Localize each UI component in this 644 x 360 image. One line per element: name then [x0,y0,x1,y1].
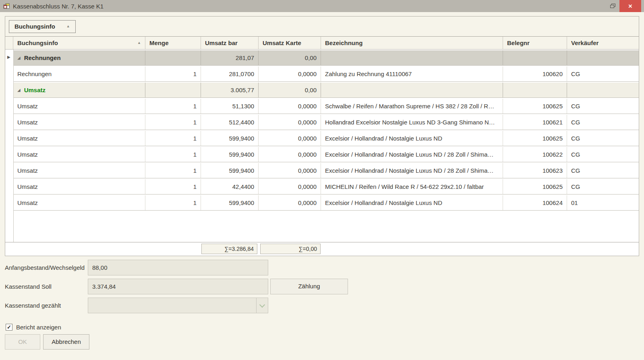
cell-bezeichnung: Excelsior / Hollandrad / Nostalgie Luxus… [321,147,503,162]
anfangsbestand-field[interactable]: 88,00 [88,260,268,275]
zaehlung-button[interactable]: Zählung [270,279,348,294]
group-expanded-icon[interactable]: ◢ [17,88,21,92]
column-header-belegnr[interactable]: Belegnr [503,37,567,49]
column-header-bezeichnung[interactable]: Bezeichnung [321,37,503,49]
cell-belegnr: 100624 [503,195,567,210]
cell-belegnr: 100621 [503,115,567,130]
table-row[interactable]: Umsatz 1 42,4400 0,0000 MICHELIN / Reife… [13,179,639,194]
cell-bezeichnung: Zahlung zu Rechnung 41110067 [321,66,503,81]
cell-umsatz-bar: 512,4400 [201,115,259,130]
column-header-umsatz-bar[interactable]: Umsatz bar [201,37,259,49]
group-expanded-icon[interactable]: ◢ [17,56,21,60]
table-row[interactable]: Umsatz 1 599,9400 0,0000 Excelsior / Hol… [13,131,639,146]
cell-buchungsinfo: Umsatz [13,163,145,178]
cell-umsatz-bar: 599,9400 [201,163,259,178]
cell-belegnr: 100623 [503,163,567,178]
grid-header-row: Buchungsinfo ▲ Menge Umsatz bar Umsatz K… [5,37,639,50]
cell-menge [145,50,201,65]
cell-umsatz-karte: 0,0000 [259,115,321,130]
cell-menge [145,83,201,97]
restore-window-button[interactable] [606,0,619,12]
table-row[interactable]: Umsatz 1 51,1300 0,0000 Schwalbe / Reife… [13,99,639,114]
group-label-cell: ◢ Rechnungen [13,50,145,65]
bericht-anzeigen-checkbox[interactable]: ✓ [6,324,12,331]
column-header-label: Belegnr [507,39,530,46]
kassenstand-gezaehlt-label: Kassenstand gezählt [5,298,61,313]
buchungen-grid: Buchungsinfo ▲ Buchungsinfo ▲ Menge Umsa… [5,16,639,256]
column-header-label: Buchungsinfo [17,39,58,46]
cell-buchungsinfo: Umsatz [13,179,145,194]
group-sum-umsatz-bar: 281,07 [201,50,259,65]
cell-belegnr: 100625 [503,99,567,114]
column-header-label: Menge [149,39,169,46]
row-indicator-header [5,37,13,49]
group-sum-umsatz-karte: 0,00 [259,83,321,97]
column-header-buchungsinfo[interactable]: Buchungsinfo ▲ [13,37,145,49]
group-row-rechnungen[interactable]: ◢ Rechnungen 281,07 0,00 [13,50,639,66]
table-row[interactable]: Umsatz 1 599,9400 0,0000 Excelsior / Hol… [13,147,639,162]
cell-verkaeufer: CG [567,163,639,178]
group-label: Umsatz [24,87,46,93]
column-header-label: Bezeichnung [325,39,362,46]
cell-bezeichnung [321,50,503,65]
ok-button[interactable]: OK [5,334,40,350]
combo-dropdown-button[interactable] [256,298,268,313]
group-label: Rechnungen [24,54,61,61]
cancel-button[interactable]: Abbrechen [43,334,89,350]
table-row[interactable]: Umsatz 1 599,9400 0,0000 Excelsior / Hol… [13,163,639,178]
table-row[interactable]: Umsatz 1 599,9400 0,0000 Excelsior / Hol… [13,195,639,211]
cell-buchungsinfo: Umsatz [13,131,145,146]
column-header-menge[interactable]: Menge [145,37,201,49]
cell-umsatz-karte: 0,0000 [259,147,321,162]
cell-buchungsinfo: Umsatz [13,147,145,162]
cell-umsatz-bar: 51,1300 [201,99,259,114]
cell-menge: 1 [145,115,201,130]
cell-belegnr: 100622 [503,147,567,162]
checkmark-icon: ✓ [7,325,11,330]
cell-umsatz-karte: 0,0000 [259,99,321,114]
bericht-anzeigen-row: ✓ Bericht anzeigen [6,324,61,331]
table-row[interactable]: Umsatz 1 512,4400 0,0000 Hollandrad Exce… [13,115,639,130]
grid-summary-footer: ∑=3.286,84 ∑=0,00 [5,242,639,256]
table-row[interactable]: Rechnungen 1 281,0700 0,0000 Zahlung zu … [13,66,639,82]
cell-verkaeufer [567,83,639,97]
kassenstand-gezaehlt-combo[interactable] [88,298,268,313]
cell-umsatz-bar: 599,9400 [201,131,259,146]
cell-umsatz-karte: 0,0000 [259,66,321,81]
close-icon: ✕ [628,3,633,9]
kassenstand-soll-field[interactable]: 3.374,84 [88,279,268,294]
cell-bezeichnung: Hollandrad Excelsior Nostalgie Luxus ND … [321,115,503,130]
cell-buchungsinfo: Umsatz [13,99,145,114]
bericht-anzeigen-label: Bericht anzeigen [16,324,61,331]
cell-belegnr: 100625 [503,179,567,194]
column-header-verkaeufer[interactable]: Verkäufer [567,37,639,49]
cell-bezeichnung: MICHELIN / Reifen / Wild Race R / 54-622… [321,179,503,194]
close-window-button[interactable]: ✕ [619,0,641,12]
sort-ascending-icon: ▲ [66,25,70,28]
cell-umsatz-bar: 599,9400 [201,195,259,210]
column-header-umsatz-karte[interactable]: Umsatz Karte [259,37,321,49]
cell-buchungsinfo: Umsatz [13,195,145,210]
titlebar[interactable]: Kassenabschluss Nr. 7, Kasse K1 ✕ [0,0,644,12]
cell-belegnr: 100620 [503,66,567,81]
cell-verkaeufer [567,50,639,65]
cell-umsatz-karte: 0,0000 [259,163,321,178]
restore-icon [610,4,615,8]
window-title: Kassenabschluss Nr. 7, Kasse K1 [13,3,104,10]
cell-umsatz-karte: 0,0000 [259,131,321,146]
cell-umsatz-bar: 281,0700 [201,66,259,81]
kassenstand-soll-label: Kassenstand Soll [5,279,52,294]
cell-verkaeufer: CG [567,66,639,81]
cell-buchungsinfo: Umsatz [13,115,145,130]
group-row-umsatz[interactable]: ◢ Umsatz 3.005,77 0,00 [13,83,639,98]
group-by-buchungsinfo-button[interactable]: Buchungsinfo ▲ [9,20,76,33]
cell-menge: 1 [145,163,201,178]
cell-menge: 1 [145,195,201,210]
cell-menge: 1 [145,99,201,114]
sum-umsatz-karte: ∑=0,00 [260,244,321,254]
cell-verkaeufer: 01 [567,195,639,210]
group-by-panel: Buchungsinfo ▲ [5,17,639,37]
cell-bezeichnung: Excelsior / Hollandrad / Nostalgie Luxus… [321,195,503,210]
cell-bezeichnung: Excelsior / Hollandrad / Nostalgie Luxus… [321,163,503,178]
cell-verkaeufer: CG [567,115,639,130]
